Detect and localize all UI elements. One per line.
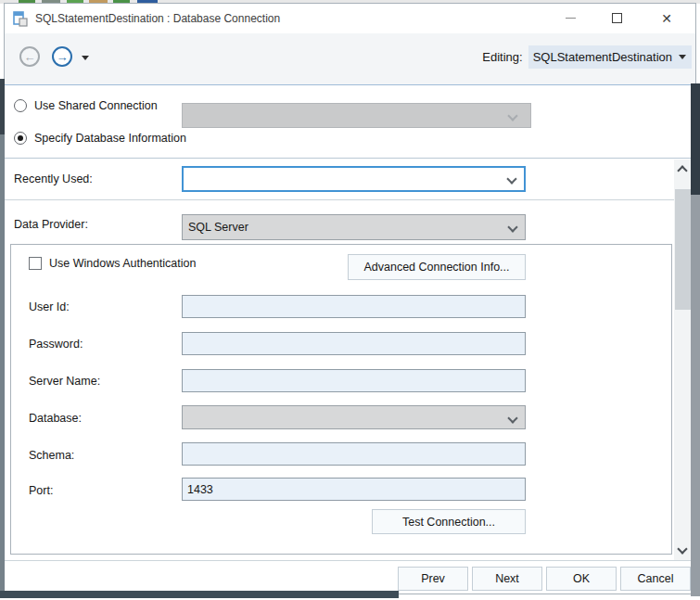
- separator: [5, 560, 695, 561]
- use-windows-authentication-option[interactable]: Use Windows Authentication: [29, 257, 196, 270]
- chevron-down-icon: [679, 55, 686, 59]
- use-windows-authentication-label: Use Windows Authentication: [49, 257, 196, 270]
- forward-icon: →: [57, 50, 69, 64]
- forward-dropdown-caret-icon[interactable]: [82, 56, 89, 60]
- port-field[interactable]: [182, 478, 526, 501]
- recently-used-dropdown[interactable]: [182, 166, 526, 192]
- chevron-down-icon: [506, 173, 516, 184]
- prev-label: Prev: [421, 572, 445, 585]
- close-button[interactable]: ✕: [651, 4, 682, 32]
- data-provider-dropdown[interactable]: SQL Server: [182, 214, 526, 240]
- specify-database-information-label: Specify Database Information: [34, 132, 186, 145]
- recently-used-label: Recently Used:: [14, 172, 93, 185]
- database-info-groupbox: [10, 244, 672, 555]
- radio-selected-icon[interactable]: [14, 132, 27, 145]
- port-label: Port:: [29, 484, 53, 497]
- password-field[interactable]: [182, 332, 526, 355]
- background-window-edge: [0, 134, 5, 597]
- minimize-icon: [566, 18, 576, 19]
- checkbox-unchecked-icon[interactable]: [29, 257, 42, 270]
- maximize-icon: [612, 13, 622, 23]
- close-icon: ✕: [661, 12, 672, 25]
- database-connection-dialog: SQLStatementDestination : Database Conne…: [4, 3, 696, 594]
- use-shared-connection-option[interactable]: Use Shared Connection: [14, 99, 158, 112]
- database-label: Database:: [29, 412, 82, 425]
- test-connection-label: Test Connection...: [402, 516, 495, 529]
- maximize-button[interactable]: [601, 4, 632, 32]
- user-id-label: User Id:: [29, 300, 70, 313]
- chevron-down-icon: [507, 110, 517, 121]
- scrollbar-thumb[interactable]: [675, 189, 691, 310]
- next-label: Next: [495, 572, 519, 585]
- forward-button[interactable]: →: [52, 46, 72, 67]
- background-window-edge: [691, 83, 700, 195]
- scroll-down-icon[interactable]: [677, 543, 687, 554]
- schema-input[interactable]: [182, 442, 526, 466]
- next-button[interactable]: Next: [472, 567, 542, 591]
- password-label: Password:: [29, 338, 83, 351]
- password-input[interactable]: [182, 332, 526, 355]
- chevron-down-icon: [507, 222, 517, 232]
- advanced-connection-info-button[interactable]: Advanced Connection Info...: [348, 254, 526, 280]
- prev-button[interactable]: Prev: [398, 567, 468, 591]
- cancel-label: Cancel: [638, 572, 674, 585]
- schema-field[interactable]: [182, 442, 526, 466]
- titlebar[interactable]: SQLStatementDestination : Database Conne…: [5, 4, 695, 33]
- editing-task-value: SQLStatementDestination: [533, 50, 672, 64]
- schema-label: Schema:: [29, 449, 74, 462]
- server-name-input[interactable]: [182, 369, 526, 392]
- recently-used-value: [184, 171, 189, 184]
- background-window-edge: [691, 195, 700, 596]
- window-bottom-frame: [0, 591, 399, 598]
- user-id-field[interactable]: [182, 295, 526, 318]
- cancel-button[interactable]: Cancel: [620, 567, 691, 591]
- connection-type-section: Use Shared Connection Specify Database I…: [5, 85, 695, 159]
- window-title: SQLStatementDestination : Database Conne…: [35, 12, 280, 25]
- data-provider-label: Data Provider:: [14, 218, 88, 231]
- shared-connection-dropdown: [182, 103, 531, 128]
- use-shared-connection-label: Use Shared Connection: [34, 99, 158, 112]
- editing-label: Editing:: [482, 50, 522, 64]
- app-icon: [13, 11, 29, 27]
- editing-task-dropdown[interactable]: SQLStatementDestination: [528, 45, 692, 69]
- ok-button[interactable]: OK: [546, 567, 617, 591]
- navigation-toolbar: ← → Editing: SQLStatementDestination: [5, 33, 695, 85]
- test-connection-button[interactable]: Test Connection...: [372, 509, 526, 534]
- server-name-label: Server Name:: [29, 375, 100, 388]
- advanced-connection-info-label: Advanced Connection Info...: [363, 261, 509, 274]
- back-button[interactable]: ←: [19, 46, 40, 67]
- vertical-scrollbar[interactable]: [674, 160, 692, 560]
- background-window-edge: [0, 79, 5, 134]
- specify-database-information-option[interactable]: Specify Database Information: [14, 132, 186, 145]
- server-name-field[interactable]: [182, 369, 526, 392]
- ok-label: OK: [573, 572, 590, 585]
- chevron-down-icon: [507, 413, 517, 423]
- user-id-input[interactable]: [182, 295, 526, 318]
- port-input[interactable]: [182, 478, 526, 501]
- separator: [5, 199, 675, 200]
- database-dropdown[interactable]: [182, 405, 526, 429]
- scroll-up-icon[interactable]: [677, 165, 687, 175]
- radio-unselected-icon[interactable]: [14, 99, 27, 112]
- minimize-button[interactable]: [554, 4, 586, 32]
- data-provider-value: SQL Server: [183, 221, 248, 234]
- back-icon: ←: [24, 50, 36, 64]
